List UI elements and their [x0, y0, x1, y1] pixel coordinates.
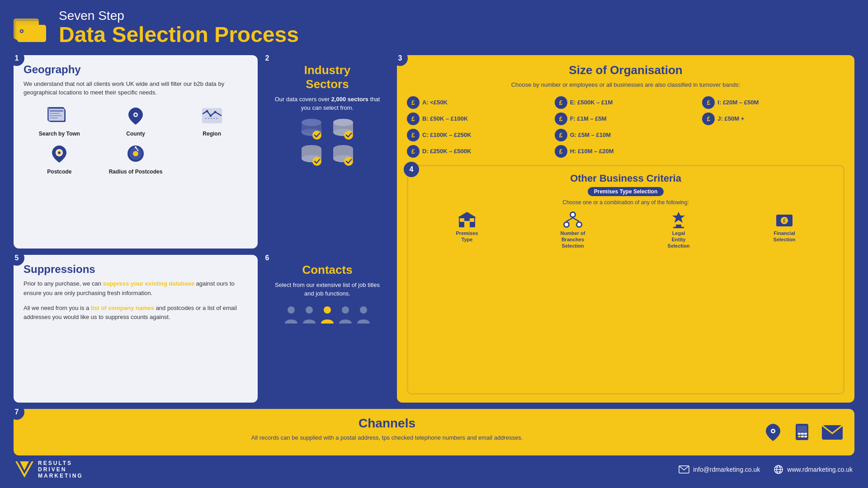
- step4-badge: 4: [404, 162, 419, 177]
- svg-rect-13: [50, 113, 60, 114]
- svg-point-17: [134, 113, 137, 116]
- telephone-icon: [792, 422, 812, 442]
- svg-line-61: [573, 218, 579, 221]
- band-h-label: H: £10M – £20M: [570, 148, 614, 155]
- band-i-label: I: £20M – £50M: [717, 99, 759, 106]
- step1-title: Geography: [24, 63, 248, 76]
- geo-postcode-label: Postcode: [47, 169, 71, 175]
- svg-point-63: [565, 223, 568, 226]
- svg-rect-18: [203, 108, 222, 123]
- pound-icon-j: £: [702, 113, 715, 125]
- footer-website-url: www.rdmarketing.co.uk: [787, 466, 853, 473]
- step7-text: Channels All records can be supplied wit…: [24, 416, 750, 449]
- band-b: £ B: £50K – £100K: [407, 113, 549, 125]
- branches-label: Number ofBranchesSelection: [561, 230, 585, 249]
- svg-rect-55: [460, 218, 464, 222]
- svg-point-71: [306, 306, 313, 314]
- main-container: Seven Step Data Selection Process 1 Geog…: [0, 0, 868, 488]
- step3-card: 3 Size of Organisation Choose by number …: [397, 55, 854, 403]
- band-a-label: A: <£50K: [422, 99, 448, 106]
- svg-point-4: [21, 30, 23, 32]
- svg-point-64: [577, 223, 581, 226]
- pound-icon-c: £: [407, 129, 420, 141]
- svg-rect-81: [804, 436, 807, 437]
- premises-type-item: PremisesType: [415, 211, 519, 249]
- step5-title: Suppressions: [24, 263, 248, 276]
- svg-marker-53: [458, 212, 476, 217]
- svg-point-31: [133, 151, 138, 156]
- band-g-label: G: £5M – £10M: [570, 131, 611, 138]
- geo-postcode: Postcode: [24, 141, 95, 175]
- svg-point-72: [324, 306, 331, 314]
- step7-description: All records can be supplied with a posta…: [24, 433, 750, 442]
- legal-entity-label: LegalEntitySelection: [668, 230, 690, 249]
- step3-description: Choose by number or employees or all bus…: [407, 81, 844, 89]
- step4-embedded: 4 Other Business Criteria Premises Type …: [407, 165, 844, 394]
- svg-point-38: [312, 131, 321, 140]
- step1-badge: 1: [9, 51, 24, 66]
- step5-p1: Prior to any purchase, we can suppress y…: [24, 279, 248, 298]
- footer-email: info@rdmarketing.co.uk: [679, 465, 760, 474]
- svg-line-60: [566, 218, 573, 221]
- step2-title: IndustrySectors: [274, 63, 381, 91]
- band-e-label: E: £500K – £1M: [570, 99, 613, 106]
- footer-globe-icon: [774, 465, 783, 474]
- step6-title: Contacts: [274, 263, 381, 277]
- svg-point-21: [214, 111, 216, 113]
- band-e: £ E: £500K – £1M: [555, 96, 697, 109]
- bottom-section: 7 Channels All records can be supplied w…: [14, 409, 854, 456]
- footer-line1: RESULTS: [38, 460, 83, 466]
- svg-point-37: [302, 119, 321, 126]
- database-icons: [274, 118, 381, 141]
- footer-logo-text: RESULTS DRIVEN MARKETING: [38, 460, 83, 479]
- svg-point-70: [288, 306, 295, 314]
- pound-icon-a: £: [407, 96, 420, 109]
- svg-text:£: £: [783, 218, 786, 223]
- geo-region-label: Region: [203, 131, 221, 137]
- email-icon: [821, 423, 844, 441]
- geo-search-town-label: Search by Town: [39, 131, 80, 137]
- pound-icon-b: £: [407, 113, 420, 125]
- turnover-bands: £ A: <£50K £ E: £500K – £1M £ I: £20M – …: [407, 96, 844, 158]
- footer-contact: info@rdmarketing.co.uk www.rdmarketing.c…: [679, 465, 853, 474]
- svg-rect-82: [798, 433, 801, 435]
- band-j: £ J: £50M +: [702, 113, 844, 125]
- svg-point-33: [135, 146, 137, 148]
- band-i: £ I: £20M – £50M: [702, 96, 844, 109]
- band-c-label: C: £100K – £250K: [422, 131, 471, 138]
- step4-title: Other Business Criteria: [415, 173, 836, 184]
- svg-rect-83: [801, 433, 804, 435]
- pound-icon-i: £: [702, 96, 715, 109]
- band-c: £ C: £100K – £250K: [407, 129, 549, 141]
- svg-rect-15: [50, 117, 58, 118]
- other-business-icons: PremisesType: [415, 211, 836, 249]
- band-d: £ D: £250K – £500K: [407, 145, 549, 158]
- band-a: £ A: <£50K: [407, 96, 549, 109]
- svg-point-19: [206, 110, 208, 112]
- step6-description: Select from our extensive list of job ti…: [274, 281, 381, 298]
- database-icons-row2: [274, 144, 381, 167]
- radius-icon: [121, 141, 150, 166]
- band-g: £ G: £5M – £10M: [555, 129, 697, 141]
- step4-description: Choose one or a combination of any of th…: [415, 199, 836, 206]
- svg-point-74: [360, 306, 367, 314]
- svg-rect-14: [50, 115, 61, 116]
- svg-rect-54: [464, 221, 470, 227]
- svg-point-23: [58, 151, 61, 154]
- svg-point-73: [342, 306, 349, 314]
- postcode-icon: [45, 141, 74, 166]
- pound-icon-h: £: [555, 145, 567, 158]
- step3-title: Size of Organisation: [407, 63, 844, 77]
- footer-line3: MARKETING: [38, 473, 83, 479]
- band-empty2: [702, 145, 844, 158]
- geo-region: Region: [176, 103, 248, 137]
- legal-entity-item: LegalEntitySelection: [627, 211, 730, 249]
- pound-icon-e: £: [555, 96, 567, 109]
- region-icon: [198, 103, 226, 128]
- step1-card: 1 Geography We understand that not all c…: [14, 55, 258, 249]
- header-title: Data Selection Process: [59, 23, 299, 47]
- svg-rect-12: [50, 110, 63, 112]
- band-b-label: B: £50K – £100K: [422, 115, 468, 122]
- step7-card: 7 Channels All records can be supplied w…: [14, 409, 854, 456]
- channel-icons-group: [763, 422, 844, 442]
